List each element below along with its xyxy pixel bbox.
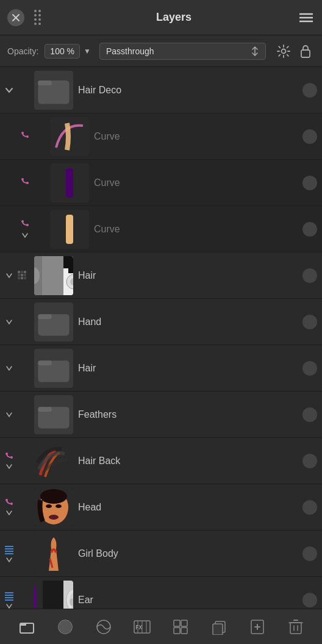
svg-point-45 <box>5 499 8 501</box>
menu-button[interactable] <box>298 9 315 26</box>
svg-rect-88 <box>290 623 301 634</box>
visibility-toggle[interactable] <box>302 500 317 515</box>
svg-point-10 <box>26 135 29 138</box>
layer-item[interactable]: Head <box>0 484 322 531</box>
visibility-toggle[interactable] <box>302 268 317 283</box>
svg-rect-25 <box>24 274 26 276</box>
svg-text:FX: FX <box>135 624 142 631</box>
opacity-chevron[interactable]: ▼ <box>84 47 91 55</box>
svg-rect-28 <box>24 277 26 279</box>
layer-name: Hair Deco <box>78 85 302 96</box>
layer-item[interactable]: Ear <box>0 577 322 609</box>
expand-button[interactable] <box>2 591 16 609</box>
visibility-toggle[interactable] <box>302 593 317 607</box>
svg-rect-6 <box>301 50 310 57</box>
layer-type-icon <box>16 270 29 281</box>
layer-name: Hair Back <box>78 456 302 467</box>
svg-point-52 <box>49 515 59 520</box>
svg-rect-21 <box>21 271 23 273</box>
layer-item[interactable]: Feathers <box>0 392 322 438</box>
import-button[interactable] <box>245 615 270 639</box>
layer-thumbnail <box>34 581 73 609</box>
expand-button[interactable] <box>18 132 32 141</box>
new-group-button[interactable] <box>15 615 39 639</box>
lock-button[interactable] <box>296 42 315 60</box>
svg-rect-26 <box>18 277 20 279</box>
expand-button[interactable] <box>2 319 16 325</box>
visibility-toggle[interactable] <box>302 454 317 468</box>
svg-point-51 <box>55 504 62 508</box>
visibility-toggle[interactable] <box>302 222 317 237</box>
svg-point-50 <box>46 504 52 508</box>
visibility-toggle[interactable] <box>302 407 317 422</box>
layer-name: Hand <box>78 317 302 327</box>
panel-title: Layers <box>50 11 298 24</box>
expand-button[interactable] <box>2 87 16 93</box>
settings-button[interactable] <box>274 42 293 60</box>
close-button[interactable] <box>7 9 24 26</box>
expand-button[interactable] <box>2 453 16 470</box>
svg-rect-80 <box>181 620 187 626</box>
new-layer-button[interactable] <box>53 615 77 639</box>
layer-item[interactable]: Girl Body <box>0 531 322 577</box>
svg-rect-84 <box>213 624 223 635</box>
layer-name: Feathers <box>78 409 302 420</box>
expand-button[interactable] <box>18 220 32 238</box>
svg-point-12 <box>21 178 24 181</box>
svg-rect-37 <box>38 314 51 319</box>
visibility-toggle[interactable] <box>302 361 317 376</box>
layer-thumbnail <box>34 488 73 527</box>
drag-handle <box>30 11 44 24</box>
expand-button[interactable] <box>2 273 16 279</box>
layer-item[interactable]: Hair <box>0 252 322 299</box>
layer-item[interactable]: Hand <box>0 299 322 345</box>
svg-rect-15 <box>66 168 73 198</box>
expand-button[interactable] <box>2 499 16 516</box>
visibility-toggle[interactable] <box>302 176 317 190</box>
layer-item[interactable]: Hair <box>0 345 322 392</box>
layer-item[interactable]: Hair Back <box>0 438 322 484</box>
delete-button[interactable] <box>284 615 308 639</box>
layer-name: Girl Body <box>78 548 302 559</box>
svg-rect-24 <box>24 271 26 273</box>
layer-name: Hair <box>78 270 302 281</box>
layer-thumbnail <box>50 210 89 249</box>
svg-point-5 <box>282 49 286 53</box>
svg-rect-8 <box>38 80 51 85</box>
visibility-toggle[interactable] <box>302 546 317 561</box>
layer-item[interactable]: Curve <box>0 113 322 160</box>
layer-thumbnail <box>34 395 73 434</box>
layer-item[interactable]: Curve <box>0 206 322 252</box>
copy-button[interactable] <box>207 615 231 639</box>
layer-item[interactable]: Curve <box>0 160 322 206</box>
layer-name: Curve <box>94 177 302 188</box>
blend-mode-label: Passthrough <box>106 46 154 56</box>
svg-point-72 <box>59 620 72 634</box>
visibility-toggle[interactable] <box>302 315 317 329</box>
expand-button[interactable] <box>2 412 16 418</box>
layer-thumbnail <box>34 534 73 573</box>
blend-button[interactable] <box>91 615 116 639</box>
blend-mode-select[interactable]: Passthrough <box>99 43 266 60</box>
svg-point-42 <box>5 453 8 455</box>
svg-rect-81 <box>174 628 180 634</box>
svg-rect-20 <box>18 271 20 273</box>
fx-button[interactable]: FX <box>130 615 154 639</box>
visibility-toggle[interactable] <box>302 83 317 98</box>
opacity-input[interactable]: 100 % <box>45 44 80 59</box>
grid-button[interactable] <box>168 615 193 639</box>
svg-rect-33 <box>68 268 73 273</box>
expand-button[interactable] <box>2 365 16 371</box>
svg-point-16 <box>21 220 24 223</box>
layer-name: Hair <box>78 363 302 374</box>
layer-thumbnail <box>50 163 89 202</box>
svg-rect-82 <box>181 628 187 634</box>
expand-button[interactable] <box>18 178 32 188</box>
svg-point-9 <box>21 132 24 134</box>
svg-rect-70 <box>20 623 26 626</box>
layer-thumbnail <box>34 302 73 342</box>
layer-thumbnail <box>34 71 73 110</box>
visibility-toggle[interactable] <box>302 129 317 144</box>
layer-item[interactable]: Hair Deco <box>0 67 322 113</box>
expand-button[interactable] <box>2 545 16 563</box>
